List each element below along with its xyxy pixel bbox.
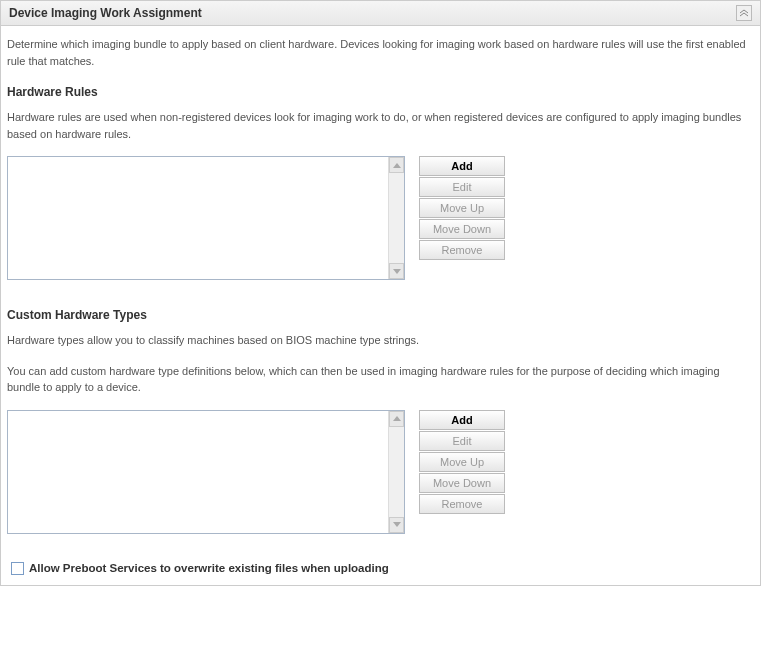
move-down-button[interactable]: Move Down xyxy=(419,473,505,493)
move-down-button[interactable]: Move Down xyxy=(419,219,505,239)
hardware-rules-scrollbar[interactable] xyxy=(388,157,404,279)
overwrite-checkbox[interactable] xyxy=(11,562,24,575)
scroll-down-icon[interactable] xyxy=(389,517,404,533)
custom-types-heading: Custom Hardware Types xyxy=(7,308,754,322)
custom-types-listbox-wrap xyxy=(7,410,405,534)
intro-text: Determine which imaging bundle to apply … xyxy=(7,36,754,69)
overwrite-checkbox-row: Allow Preboot Services to overwrite exis… xyxy=(11,562,754,575)
hardware-rules-heading: Hardware Rules xyxy=(7,85,754,99)
hardware-rules-listbox-wrap xyxy=(7,156,405,280)
custom-types-scrollbar[interactable] xyxy=(388,411,404,533)
custom-types-buttons: Add Edit Move Up Move Down Remove xyxy=(419,410,505,514)
hardware-rules-listbox[interactable] xyxy=(8,157,388,279)
collapse-button[interactable] xyxy=(736,5,752,21)
edit-button[interactable]: Edit xyxy=(419,177,505,197)
hardware-rules-buttons: Add Edit Move Up Move Down Remove xyxy=(419,156,505,260)
custom-types-desc1: Hardware types allow you to classify mac… xyxy=(7,332,754,349)
add-button[interactable]: Add xyxy=(419,410,505,430)
move-up-button[interactable]: Move Up xyxy=(419,198,505,218)
device-imaging-panel: Device Imaging Work Assignment Determine… xyxy=(0,0,761,586)
hardware-rules-block: Add Edit Move Up Move Down Remove xyxy=(7,156,754,280)
custom-types-block: Add Edit Move Up Move Down Remove xyxy=(7,410,754,534)
chevron-up-double-icon xyxy=(739,9,749,17)
custom-types-desc2: You can add custom hardware type definit… xyxy=(7,363,754,396)
move-up-button[interactable]: Move Up xyxy=(419,452,505,472)
overwrite-checkbox-label: Allow Preboot Services to overwrite exis… xyxy=(29,562,389,574)
add-button[interactable]: Add xyxy=(419,156,505,176)
hardware-rules-desc: Hardware rules are used when non-registe… xyxy=(7,109,754,142)
scroll-up-icon[interactable] xyxy=(389,157,404,173)
panel-title: Device Imaging Work Assignment xyxy=(9,6,202,20)
remove-button[interactable]: Remove xyxy=(419,494,505,514)
scroll-up-icon[interactable] xyxy=(389,411,404,427)
edit-button[interactable]: Edit xyxy=(419,431,505,451)
remove-button[interactable]: Remove xyxy=(419,240,505,260)
panel-body: Determine which imaging bundle to apply … xyxy=(1,26,760,585)
custom-types-listbox[interactable] xyxy=(8,411,388,533)
panel-header: Device Imaging Work Assignment xyxy=(1,1,760,26)
scroll-down-icon[interactable] xyxy=(389,263,404,279)
